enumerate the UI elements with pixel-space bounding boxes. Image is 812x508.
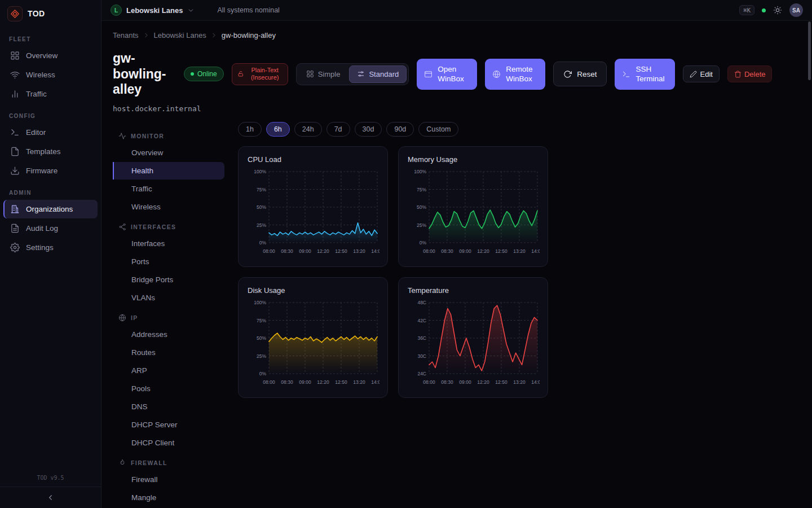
time-range-6h[interactable]: 6h (266, 122, 290, 137)
tenant-name: Lebowski Lanes (126, 6, 183, 15)
chart-card-cpu-load: CPU Load100%75%50%25%0%08:0008:3009:0012… (238, 146, 388, 267)
svg-text:100%: 100% (254, 300, 266, 305)
svg-text:08:00: 08:00 (263, 379, 275, 385)
sidebar-item-templates[interactable]: Templates (3, 142, 98, 161)
subnav-item-vlans[interactable]: VLANs (113, 289, 224, 306)
svg-text:09:00: 09:00 (299, 379, 311, 385)
breadcrumb-current: gw-bowling-alley (222, 31, 276, 40)
svg-text:100%: 100% (414, 169, 426, 174)
edit-button[interactable]: Edit (683, 65, 719, 82)
subnav-group-label: MONITOR (131, 133, 164, 139)
sidebar-item-label: Traffic (26, 90, 47, 98)
sidebar-item-wireless[interactable]: Wireless (3, 65, 98, 84)
sidebar-item-label: Editor (26, 128, 46, 137)
sidebar-item-traffic[interactable]: Traffic (3, 85, 98, 103)
unlock-icon (237, 71, 244, 77)
svg-text:13:20: 13:20 (513, 248, 526, 254)
svg-text:14:00: 14:00 (531, 248, 540, 254)
subnav-item-firewall[interactable]: Firewall (113, 471, 224, 488)
tenant-selector[interactable]: L Lebowski Lanes (111, 5, 195, 16)
reset-button[interactable]: Reset (553, 62, 607, 86)
wifi-icon (10, 70, 20, 80)
sidebar-section-fleet: FLEET (0, 27, 101, 46)
sidebar-nav: FLEETOverviewWirelessTrafficCONFIGEditor… (0, 27, 101, 257)
subnav-item-addresses[interactable]: Addresses (113, 326, 224, 343)
ssh-terminal-button[interactable]: SSH Terminal (615, 59, 675, 90)
time-range-90d[interactable]: 90d (386, 122, 414, 137)
subnav-item-dhcp-server[interactable]: DHCP Server (113, 416, 224, 433)
svg-text:24C: 24C (417, 371, 426, 376)
reset-label: Reset (577, 70, 597, 78)
svg-text:08:00: 08:00 (423, 379, 435, 385)
gear-icon (10, 243, 20, 252)
time-range-7d[interactable]: 7d (326, 122, 350, 137)
theme-toggle-sun-icon[interactable] (773, 6, 782, 15)
sidebar-item-overview[interactable]: Overview (3, 46, 98, 65)
time-range-custom[interactable]: Custom (418, 122, 458, 137)
svg-text:08:30: 08:30 (281, 379, 293, 385)
subnav-item-health[interactable]: Health (113, 162, 224, 179)
subnav-item-traffic[interactable]: Traffic (113, 180, 224, 198)
subnav-item-arp[interactable]: ARP (113, 362, 224, 379)
chart-plot: 48C42C36C30C24C08:0008:3009:0012:2012:50… (408, 298, 539, 391)
sidebar-item-label: Templates (26, 147, 61, 156)
delete-button[interactable]: Delete (727, 65, 773, 82)
subnav-item-wireless[interactable]: Wireless (113, 198, 224, 216)
sidebar-item-label: Settings (26, 243, 54, 252)
subnav-item-ports[interactable]: Ports (113, 253, 224, 270)
subnav-group-firewall: FIREWALL (113, 452, 224, 470)
ssh-terminal-label: SSH Terminal (636, 64, 668, 84)
svg-text:75%: 75% (417, 186, 426, 192)
svg-text:12:50: 12:50 (495, 248, 508, 254)
diamond-logo-icon (7, 6, 23, 21)
user-avatar[interactable]: SA (789, 3, 803, 17)
download-icon (10, 166, 20, 176)
subnav-item-bridge-ports[interactable]: Bridge Ports (113, 271, 224, 288)
sidebar-collapse-button[interactable] (0, 487, 101, 508)
sidebar-item-firmware[interactable]: Firmware (3, 161, 98, 180)
app-logo[interactable]: TOD (0, 0, 101, 27)
svg-text:0%: 0% (259, 371, 267, 376)
app-version: TOD v9.5 (0, 470, 101, 487)
chart-plot: 100%75%50%25%0%08:0008:3009:0012:2012:50… (248, 167, 378, 260)
time-range-30d[interactable]: 30d (355, 122, 382, 137)
subnav-item-pools[interactable]: Pools (113, 380, 224, 397)
sidebar-item-organizations[interactable]: Organizations (3, 200, 98, 218)
command-palette-shortcut[interactable]: ⌘K (739, 5, 754, 15)
chart-card-temperature: Temperature48C42C36C30C24C08:0008:3009:0… (398, 277, 548, 398)
subnav-group-label: FIREWALL (131, 459, 167, 466)
pencil-icon (690, 71, 697, 78)
sidebar-item-settings[interactable]: Settings (3, 238, 98, 257)
subnav-item-dns[interactable]: DNS (113, 398, 224, 415)
app-name: TOD (28, 9, 45, 18)
svg-text:12:50: 12:50 (335, 248, 347, 254)
device-subnav: MONITOROverviewHealthTrafficWirelessINTE… (113, 119, 224, 507)
svg-text:0%: 0% (420, 240, 427, 246)
sidebar-item-editor[interactable]: Editor (3, 123, 98, 142)
terminal-icon (622, 70, 630, 78)
subnav-item-interfaces[interactable]: Interfaces (113, 235, 224, 252)
svg-text:75%: 75% (257, 186, 266, 192)
time-range-1h[interactable]: 1h (238, 122, 262, 137)
breadcrumb-tenants[interactable]: Tenants (113, 31, 139, 40)
sidebar-footer: TOD v9.5 (0, 470, 101, 508)
sidebar-item-label: Audit Log (26, 224, 58, 233)
mode-standard-button[interactable]: Standard (349, 65, 407, 83)
subnav-item-routes[interactable]: Routes (113, 344, 224, 361)
sidebar-item-audit-log[interactable]: Audit Log (3, 219, 98, 238)
chevron-right-icon (143, 32, 150, 39)
open-winbox-button[interactable]: Open WinBox (417, 59, 477, 90)
system-status-text: All systems nominal (217, 6, 279, 14)
chart-title: CPU Load (248, 155, 378, 164)
time-range-24h[interactable]: 24h (294, 122, 322, 137)
subnav-item-dhcp-client[interactable]: DHCP Client (113, 434, 224, 452)
remote-winbox-button[interactable]: Remote WinBox (485, 59, 545, 90)
globe-icon (492, 70, 501, 78)
svg-text:08:30: 08:30 (281, 248, 293, 254)
mode-simple-button[interactable]: Simple (298, 65, 348, 83)
breadcrumb-tenant-name[interactable]: Lebowski Lanes (154, 31, 206, 40)
subnav-item-overview[interactable]: Overview (113, 144, 224, 161)
scrollbar-thumb[interactable] (808, 21, 811, 80)
delete-label: Delete (744, 70, 766, 78)
subnav-item-mangle[interactable]: Mangle (113, 489, 224, 506)
